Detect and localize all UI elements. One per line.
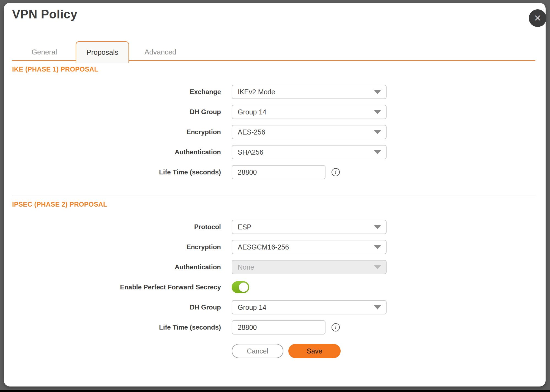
ike-dh-group-select[interactable]: Group 14 <box>232 105 387 119</box>
protocol-value: ESP <box>238 223 251 231</box>
chevron-down-icon <box>374 305 381 309</box>
ike-encryption-value: AES-256 <box>238 128 265 136</box>
ipsec-form: Protocol ESP Encryption AESGCM16-256 Aut… <box>4 220 546 335</box>
page-title: VPN Policy <box>12 7 546 22</box>
exchange-label: Exchange <box>4 88 221 96</box>
ike-section-title: IKE (PHASE 1) PROPOSAL <box>12 65 546 73</box>
protocol-row: Protocol ESP <box>4 220 546 234</box>
ike-encryption-label: Encryption <box>4 128 221 136</box>
ike-dh-group-row: DH Group Group 14 <box>4 105 546 119</box>
ike-encryption-select[interactable]: AES-256 <box>232 125 387 139</box>
ipsec-authentication-select: None <box>232 260 387 274</box>
ike-encryption-row: Encryption AES-256 <box>4 125 546 139</box>
tab-general[interactable]: General <box>18 41 71 63</box>
pfs-label: Enable Perfect Forward Secrecy <box>4 283 221 291</box>
tab-general-label: General <box>32 48 57 56</box>
ike-lifetime-input[interactable] <box>232 165 325 179</box>
ike-form: Exchange IKEv2 Mode DH Group Group 14 En… <box>4 85 546 179</box>
protocol-label: Protocol <box>4 223 221 231</box>
chevron-down-icon <box>374 245 381 249</box>
chevron-down-icon <box>374 110 381 114</box>
ipsec-dh-group-value: Group 14 <box>238 303 266 311</box>
tab-proposals[interactable]: Proposals <box>76 41 129 63</box>
ipsec-dh-group-select[interactable]: Group 14 <box>232 300 387 314</box>
tab-proposals-label: Proposals <box>86 48 118 57</box>
pfs-toggle[interactable] <box>232 281 249 293</box>
ipsec-section-title: IPSEC (PHASE 2) PROPOSAL <box>12 201 546 208</box>
vpn-policy-dialog: VPN Policy General Proposals Advanced IK… <box>4 3 546 386</box>
tab-advanced-label: Advanced <box>144 48 176 56</box>
chevron-down-icon <box>374 265 381 269</box>
cancel-button[interactable]: Cancel <box>232 344 283 358</box>
ipsec-authentication-value: None <box>238 263 254 271</box>
ipsec-encryption-row: Encryption AESGCM16-256 <box>4 240 546 254</box>
ipsec-dh-group-row: DH Group Group 14 <box>4 300 546 314</box>
exchange-select[interactable]: IKEv2 Mode <box>232 85 387 99</box>
ike-authentication-row: Authentication SHA256 <box>4 145 546 159</box>
info-icon[interactable]: i <box>332 168 340 176</box>
ike-authentication-select[interactable]: SHA256 <box>232 145 387 159</box>
exchange-value: IKEv2 Mode <box>238 88 275 96</box>
protocol-select[interactable]: ESP <box>232 220 387 234</box>
pfs-row: Enable Perfect Forward Secrecy <box>4 280 546 294</box>
save-button-label: Save <box>307 347 322 355</box>
ipsec-authentication-row: Authentication None <box>4 260 546 274</box>
toggle-knob <box>239 283 248 292</box>
info-icon[interactable]: i <box>332 323 340 331</box>
ike-dh-group-value: Group 14 <box>238 108 266 116</box>
footer-buttons: Cancel Save <box>232 344 546 358</box>
exchange-row: Exchange IKEv2 Mode <box>4 85 546 99</box>
tab-bar: General Proposals Advanced <box>4 41 546 63</box>
save-button[interactable]: Save <box>288 344 341 358</box>
close-icon-glyph: ✕ <box>534 14 541 23</box>
ipsec-authentication-label: Authentication <box>4 263 221 271</box>
ipsec-encryption-label: Encryption <box>4 243 221 251</box>
ike-authentication-label: Authentication <box>4 148 221 156</box>
ike-lifetime-row: Life Time (seconds) i <box>4 165 546 179</box>
chevron-down-icon <box>374 225 381 229</box>
cancel-button-label: Cancel <box>247 347 268 355</box>
ike-authentication-value: SHA256 <box>238 148 263 156</box>
ipsec-encryption-value: AESGCM16-256 <box>238 243 289 251</box>
ike-lifetime-label: Life Time (seconds) <box>4 168 221 176</box>
chevron-down-icon <box>374 150 381 154</box>
bottom-screen-edge <box>0 390 550 392</box>
chevron-down-icon <box>374 130 381 134</box>
section-divider <box>12 196 535 196</box>
ipsec-dh-group-label: DH Group <box>4 303 221 311</box>
ike-dh-group-label: DH Group <box>4 108 221 116</box>
tab-advanced[interactable]: Advanced <box>134 41 187 63</box>
close-icon[interactable]: ✕ <box>529 9 546 27</box>
chevron-down-icon <box>374 90 381 94</box>
ipsec-lifetime-label: Life Time (seconds) <box>4 324 221 331</box>
ipsec-lifetime-row: Life Time (seconds) i <box>4 320 546 335</box>
ipsec-encryption-select[interactable]: AESGCM16-256 <box>232 240 387 254</box>
ipsec-lifetime-input[interactable] <box>232 320 325 335</box>
